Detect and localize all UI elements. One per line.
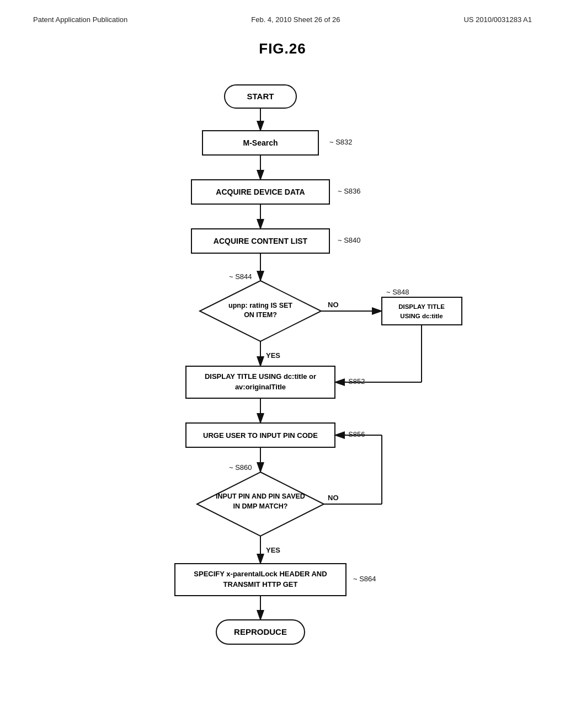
flowchart-svg: START M-Search ~ S832 ACQUIRE DEVICE DAT… [89,74,476,692]
no-label-2: NO [328,494,339,502]
specify-node-line2: TRANSMIT HTTP GET [223,580,298,588]
svg-rect-13 [382,297,462,325]
reproduce-node: REPRODUCE [234,627,287,636]
m-search-node: M-Search [243,138,278,147]
diamond2-text-line1: INPUT PIN AND PIN SAVED [216,493,305,500]
svg-rect-25 [175,564,346,596]
svg-rect-14 [186,366,335,398]
display-title2-line2: av:originalTitle [235,383,286,391]
display-dc-title-node-line1: DISPLAY TITLE [398,303,445,310]
display-dc-title-node-line2: USING dc:title [400,313,443,319]
specify-node-line1: SPECIFY x-parentalLock HEADER AND [194,570,327,578]
header-right: US 2010/0031283 A1 [463,15,532,24]
s832-label: ~ S832 [329,138,353,146]
s856-label: ~ S856 [342,430,365,438]
s848-label: ~ S848 [386,288,409,296]
yes-label-1: YES [266,351,280,360]
s844-label: ~ S844 [229,272,252,281]
s840-label: ~ S840 [338,236,361,244]
no-label-1: NO [328,301,339,309]
acquire-content-node: ACQUIRE CONTENT LIST [214,237,308,245]
acquire-device-node: ACQUIRE DEVICE DATA [216,188,305,196]
diagram-area: FIG.26 START M-Search ~ S832 [0,29,565,694]
diamond2-text-line2: IN DMP MATCH? [233,502,288,510]
page-header: Patent Application Publication Feb. 4, 2… [0,0,565,29]
start-node: START [247,92,274,101]
yes-label-2: YES [266,546,280,554]
diamond1-text-line2: ON ITEM? [244,311,277,319]
header-middle: Feb. 4, 2010 Sheet 26 of 26 [251,15,340,24]
s860-label: ~ S860 [229,463,252,472]
s852-label: ~ S852 [342,377,365,386]
display-title2-line1: DISPLAY TITLE USING dc:title or [205,372,316,381]
s836-label: ~ S836 [338,187,361,195]
figure-title: FIG.26 [259,40,306,57]
s864-label: ~ S864 [353,575,376,583]
flowchart-container: START M-Search ~ S832 ACQUIRE DEVICE DAT… [89,74,476,694]
header-left: Patent Application Publication [33,15,127,24]
urge-user-node: URGE USER TO INPUT PIN CODE [203,431,318,440]
diamond1-text-line1: upnp: rating IS SET [228,302,292,309]
